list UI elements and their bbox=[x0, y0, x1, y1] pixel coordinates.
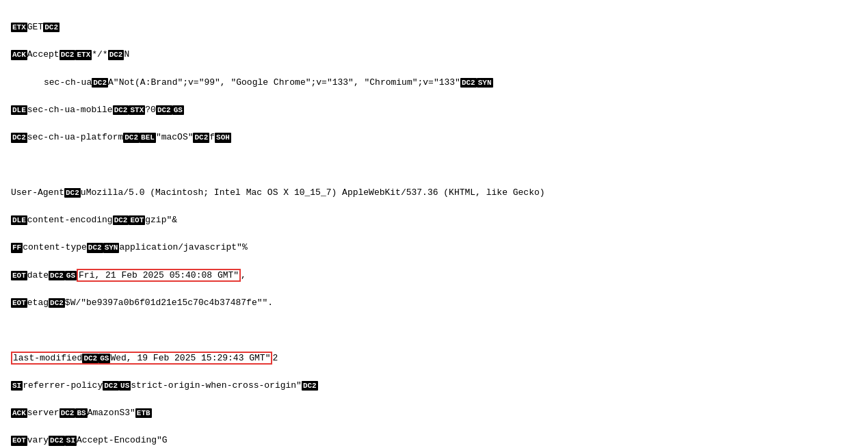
code-block: ETXGETDC2 ACKAcceptDC2ETX*/*DC2N sec-ch-… bbox=[11, 7, 857, 448]
badge-eot-2: EOT bbox=[11, 271, 27, 280]
badge-dc2-15: DC2 bbox=[49, 298, 65, 308]
badge-dc2-9: DC2 bbox=[123, 133, 140, 142]
badge-dc2-17: DC2 bbox=[103, 381, 119, 391]
line-5: DC2sec-ch-ua-platformDC2BEL"macOS"DC2fSO… bbox=[11, 131, 857, 144]
line-4: DLEsec-ch-ua-mobileDC2STX?0DC2GS bbox=[11, 103, 857, 117]
line-6: User-AgentDC2uMozilla/5.0 (Macintosh; In… bbox=[11, 186, 857, 200]
badge-bs: BS bbox=[75, 408, 87, 418]
badge-dc2-13: DC2 bbox=[87, 243, 103, 252]
line-blank1 bbox=[11, 159, 857, 172]
badge-gs: GS bbox=[172, 105, 184, 115]
badge-eot-4: EOT bbox=[11, 436, 27, 445]
line-11: last-modifiedDC2GSWed, 19 Feb 2025 15:29… bbox=[11, 352, 857, 365]
badge-dc2-6: DC2 bbox=[113, 105, 129, 115]
badge-dc2-1: DC2 bbox=[43, 23, 60, 32]
badge-dle: DLE bbox=[11, 105, 27, 115]
badge-si: SI bbox=[11, 381, 23, 391]
badge-dc2-4: DC2 bbox=[92, 78, 108, 88]
badge-stx: STX bbox=[129, 105, 145, 115]
badge-ff: FF bbox=[11, 243, 23, 252]
line-7: DLEcontent-encodingDC2EOTgzip"& bbox=[11, 213, 857, 227]
badge-dc2-12: DC2 bbox=[113, 215, 129, 225]
badge-soh: SOH bbox=[215, 133, 231, 142]
badge-eot-3: EOT bbox=[11, 298, 27, 308]
badge-dle-2: DLE bbox=[11, 215, 27, 225]
line-14: EOTvaryDC2SIAccept-Encoding"G bbox=[11, 434, 857, 447]
badge-si-2: SI bbox=[65, 436, 77, 445]
badge-ack: ACK bbox=[11, 50, 27, 60]
badge-dc2-14: DC2 bbox=[49, 271, 65, 280]
badge-etb: ETB bbox=[135, 408, 152, 418]
line-8: FFcontent-typeDC2SYNapplication/javascri… bbox=[11, 241, 857, 254]
badge-dc2-2: DC2 bbox=[60, 50, 76, 60]
badge-ack-2: ACK bbox=[11, 408, 27, 418]
line-1: ETXGETDC2 bbox=[11, 21, 857, 34]
line-2: ACKAcceptDC2ETX*/*DC2N bbox=[11, 48, 857, 62]
badge-dc2-11: DC2 bbox=[64, 188, 81, 198]
badge-dc2-8: DC2 bbox=[11, 133, 27, 142]
badge-dc2-10: DC2 bbox=[193, 133, 209, 142]
badge-dc2-19: DC2 bbox=[60, 408, 76, 418]
highlight-date: Fri, 21 Feb 2025 05:40:08 GMT" bbox=[77, 269, 241, 282]
badge-etx-2: ETX bbox=[75, 50, 92, 60]
badge-dc2-3: DC2 bbox=[108, 50, 124, 60]
badge-dc2-18: DC2 bbox=[302, 381, 318, 391]
line-3: sec-ch-uaDC2A"Not(A:Brand";v="99", "Goog… bbox=[11, 76, 857, 90]
highlight-last-modified: last-modifiedDC2GSWed, 19 Feb 2025 15:29… bbox=[11, 352, 272, 365]
line-blank2 bbox=[11, 324, 857, 337]
badge-dc2-16: DC2 bbox=[82, 354, 98, 363]
line-9: EOTdateDC2GSFri, 21 Feb 2025 05:40:08 GM… bbox=[11, 269, 857, 282]
badge-us: US bbox=[119, 381, 131, 391]
badge-dc2-20: DC2 bbox=[49, 436, 65, 445]
badge-etx: ETX bbox=[11, 23, 27, 32]
badge-syn-2: SYN bbox=[103, 243, 120, 252]
badge-gs-2: GS bbox=[65, 271, 77, 280]
line-10: EOTetagDC2$W/"be9397a0b6f01d21e15c70c4b3… bbox=[11, 296, 857, 310]
badge-eot: EOT bbox=[129, 215, 145, 225]
badge-dc2-5: DC2 bbox=[460, 78, 477, 88]
line-13: ACKserverDC2BSAmazonS3"ETB bbox=[11, 406, 857, 420]
badge-gs-3: GS bbox=[98, 354, 110, 363]
badge-syn: SYN bbox=[477, 78, 493, 88]
badge-dc2-7: DC2 bbox=[156, 105, 172, 115]
line-12: SIreferrer-policyDC2USstrict-origin-when… bbox=[11, 379, 857, 393]
badge-bel: BEL bbox=[140, 133, 156, 142]
